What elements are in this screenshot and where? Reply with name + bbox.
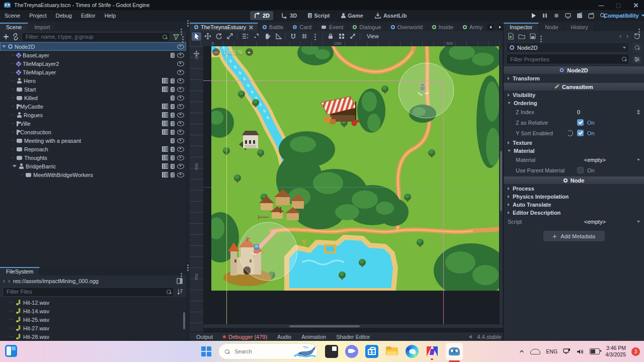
tab-filesystem[interactable]: FileSystem <box>0 267 40 276</box>
groups-icon[interactable] <box>162 163 168 169</box>
group-material[interactable]: Material <box>504 147 644 154</box>
tab-shader-editor[interactable]: Shader Editor <box>332 334 374 340</box>
history-icon[interactable] <box>633 33 640 40</box>
maximize-button[interactable]: ▢ <box>610 0 627 10</box>
play-button[interactable] <box>530 12 537 19</box>
filesystem-options-icon[interactable] <box>181 273 182 275</box>
tab-inspector[interactable]: Inspector <box>504 23 539 31</box>
expander-icon[interactable] <box>13 165 17 167</box>
groups-icon[interactable] <box>162 112 168 118</box>
tree-node[interactable]: Hero <box>0 76 186 85</box>
group-editor-description[interactable]: Editor Description <box>504 209 644 216</box>
h-scrollbar[interactable] <box>203 324 503 328</box>
ruler-tool[interactable] <box>273 32 283 41</box>
file-list-scrollbar[interactable] <box>183 312 185 329</box>
visibility-icon[interactable] <box>177 164 184 169</box>
script-icon[interactable] <box>171 113 175 118</box>
visibility-icon[interactable] <box>177 121 184 126</box>
list-select-tool[interactable] <box>240 32 250 41</box>
tab-audio[interactable]: Audio <box>273 334 296 340</box>
property-filter-input[interactable] <box>509 56 622 63</box>
scene-tab[interactable]: TheTreynaEstuary <box>190 23 258 31</box>
visibility-icon[interactable] <box>177 61 184 66</box>
scene-tab[interactable]: Event <box>316 23 348 31</box>
visibility-icon[interactable] <box>177 147 184 152</box>
visibility-icon[interactable] <box>177 96 184 101</box>
mute-icon[interactable] <box>468 334 474 340</box>
tree-node[interactable]: Reproach <box>0 145 186 153</box>
group-ordering[interactable]: Ordering <box>504 99 644 107</box>
smart-snap-toggle[interactable] <box>288 32 298 41</box>
file-filter-input[interactable] <box>6 288 167 295</box>
groups-icon[interactable] <box>162 104 168 109</box>
prop-z-as-relative[interactable]: Z as Relative On <box>504 117 644 128</box>
tabs-prev-icon[interactable] <box>488 24 494 31</box>
language-indicator[interactable]: ENG <box>546 348 557 354</box>
prop-script[interactable]: Script <empty> <box>504 216 644 227</box>
script-icon[interactable] <box>171 147 175 152</box>
tree-node[interactable]: Start <box>0 85 186 94</box>
category-node[interactable]: Node <box>504 176 644 184</box>
taskbar-search-input[interactable] <box>233 348 271 355</box>
scene-tab[interactable]: Dialogue <box>348 23 386 31</box>
file-explorer-icon[interactable] <box>385 345 398 358</box>
renderer-selector[interactable]: Compatibility <box>600 13 644 19</box>
view-menu[interactable]: View <box>363 33 383 39</box>
scene-tab[interactable]: Overworld <box>386 23 428 31</box>
workspace-script[interactable]: Script <box>304 12 333 20</box>
tree-node[interactable]: Killed <box>0 94 186 102</box>
skeleton-options-icon[interactable] <box>348 32 357 41</box>
zoom-in-button[interactable]: + <box>246 48 253 56</box>
prop-use-parent-material[interactable]: Use Parent Material On <box>504 165 644 175</box>
tree-options-icon[interactable] <box>182 36 184 38</box>
edit-prev-icon[interactable]: ‹ <box>619 33 621 40</box>
start-button[interactable] <box>201 346 211 356</box>
workspace-assetlib[interactable]: AssetLib <box>371 11 410 20</box>
save-resource-icon[interactable] <box>529 33 536 40</box>
tree-node[interactable]: Meeting with a peasant <box>0 136 186 145</box>
visibility-icon[interactable] <box>177 155 184 160</box>
scene-filter-input[interactable] <box>25 33 163 40</box>
run-current-scene-icon[interactable] <box>588 12 595 19</box>
run-scene-icon[interactable] <box>576 12 583 19</box>
menu-project[interactable]: Project <box>25 13 51 19</box>
file-item[interactable]: Hit-28.wav <box>0 332 186 341</box>
tab-node[interactable]: Node <box>539 23 565 31</box>
add-node-button[interactable] <box>3 33 10 40</box>
file-item[interactable]: Hit-14.wav <box>0 307 186 315</box>
scale-tool[interactable] <box>225 32 234 41</box>
edit-next-icon[interactable]: › <box>626 33 628 40</box>
dock-splitter[interactable] <box>186 21 190 341</box>
tree-node[interactable]: TileMapLayer2 <box>0 59 186 68</box>
select-tool[interactable] <box>192 32 201 41</box>
tree-node[interactable]: MyCastle <box>0 102 186 111</box>
tab-debugger[interactable]: Debugger (479) <box>218 334 272 340</box>
scene-tab[interactable]: Battle <box>258 23 288 31</box>
visibility-icon[interactable] <box>177 130 184 135</box>
visibility-icon[interactable] <box>177 104 184 109</box>
snap-options-icon[interactable] <box>310 32 320 41</box>
visibility-icon[interactable] <box>177 70 184 75</box>
tree-node[interactable]: BaseLayer <box>0 51 186 59</box>
pan-tool[interactable] <box>262 32 272 41</box>
checkbox-unchecked-icon[interactable] <box>577 167 584 173</box>
open-docs-button[interactable] <box>632 43 641 52</box>
script-icon[interactable] <box>171 164 175 169</box>
category-canvasitem[interactable]: CanvasItem <box>504 83 644 90</box>
tree-node[interactable]: Construction <box>0 128 186 136</box>
group-transform[interactable]: Transform <box>504 74 644 82</box>
filter-funnel-icon[interactable] <box>173 33 180 40</box>
history-forward-icon[interactable]: › <box>8 278 10 285</box>
tray-chevron-icon[interactable] <box>519 348 525 354</box>
inspector-options-icon[interactable] <box>638 29 640 30</box>
clock[interactable]: 3:46 PM 4/3/2025 <box>605 345 626 358</box>
widgets-icon[interactable] <box>5 345 17 357</box>
tree-node[interactable]: Node2D <box>0 42 186 51</box>
title-bar[interactable]: TheTreynaEstuary.tscn - Times of Strife … <box>0 0 644 10</box>
script-icon[interactable] <box>171 53 175 58</box>
groups-icon[interactable] <box>162 129 168 135</box>
group-node-button[interactable] <box>337 32 346 41</box>
minimize-button[interactable]: — <box>593 0 610 10</box>
group-physics-interpolation[interactable]: Physics Interpolation <box>504 193 644 200</box>
volume-icon[interactable] <box>577 348 584 355</box>
